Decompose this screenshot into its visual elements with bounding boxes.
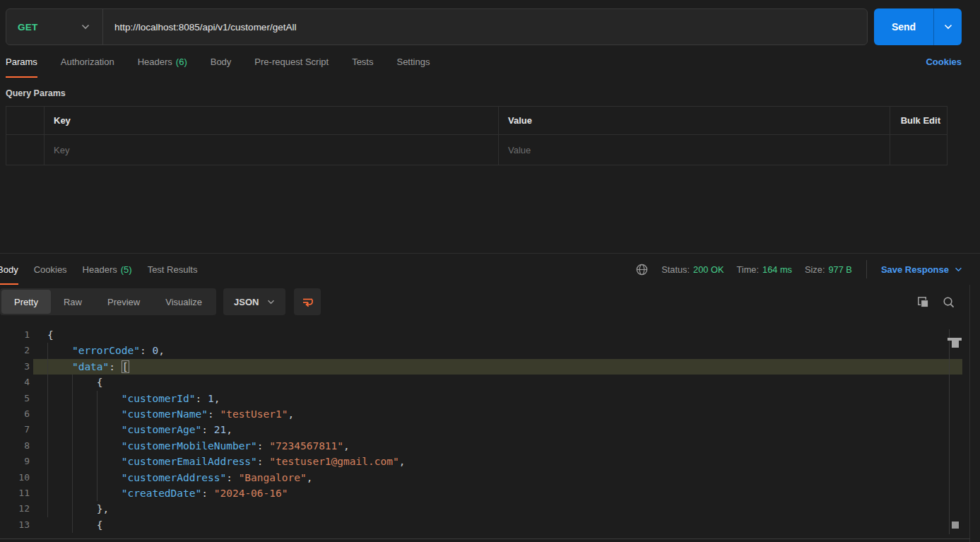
code-line-4: 4 { (0, 375, 962, 390)
line-number: 8 (0, 438, 30, 454)
search-icon (942, 295, 955, 309)
status-label: Status: (661, 264, 690, 275)
code-line-11: 11 "createdDate": "2024-06-16" (0, 485, 962, 501)
indent-guide (97, 391, 98, 502)
request-tab-body[interactable]: Body (211, 45, 232, 78)
response-toolbar: PrettyRawPreviewVisualize JSON (0, 285, 980, 319)
param-value-input[interactable] (508, 145, 880, 155)
line-number: 13 (0, 517, 30, 533)
row-key-cell (45, 135, 499, 165)
url-input[interactable] (103, 9, 867, 45)
method-select[interactable]: GET (6, 9, 103, 45)
response-tab-headers-count: (5) (121, 264, 132, 275)
query-params-header-row: Key Value Bulk Edit (6, 107, 947, 135)
line-number: 6 (0, 406, 30, 422)
key-column-header: Key (45, 107, 499, 134)
request-tab-headers[interactable]: Headers(6) (138, 45, 187, 78)
row-bulk-cell (890, 135, 947, 165)
chevron-down-icon (267, 300, 275, 305)
scrollbar-bottom-knob[interactable] (952, 522, 959, 529)
param-key-input[interactable] (54, 145, 489, 155)
beautify-button[interactable] (294, 288, 321, 315)
send-options-button[interactable] (933, 8, 962, 45)
code-line-8: 8 "customerMobileNumber": "7234567811", (0, 438, 962, 454)
query-params-entry-row (6, 135, 947, 165)
request-tab-tests[interactable]: Tests (352, 45, 373, 78)
request-tabs-row: ParamsAuthorizationHeaders(6)BodyPre-req… (0, 45, 980, 78)
row-value-cell (499, 135, 890, 165)
code-line-12: 12 }, (0, 501, 962, 517)
line-number: 9 (0, 454, 30, 469)
response-tabs: BodyCookiesHeaders(5)Test Results (0, 254, 197, 285)
query-params-table: Key Value Bulk Edit (6, 106, 947, 165)
line-number: 10 (0, 470, 30, 485)
send-group: Send (874, 8, 962, 45)
code-line-3: 3 "data": [ (0, 359, 962, 375)
spacer (197, 254, 622, 285)
time-label: Time: (736, 264, 759, 275)
postman-dark-ui: { "colors": { "accent_orange": "#ff6c37"… (0, 0, 980, 542)
chevron-down-icon (955, 267, 962, 272)
request-tab-pre-request-script[interactable]: Pre-request Script (254, 45, 329, 78)
scrollbar-top-knob[interactable] (952, 341, 959, 348)
copy-icon (916, 295, 930, 309)
globe-icon (635, 263, 649, 276)
line-number: 2 (0, 343, 30, 358)
code-line-13: 13 { (0, 517, 962, 533)
size-label: Size: (805, 264, 825, 275)
view-tab-pretty[interactable]: Pretty (1, 290, 51, 314)
line-number: 4 (0, 375, 30, 390)
response-tab-headers[interactable]: Headers(5) (83, 254, 132, 285)
send-button[interactable]: Send (874, 8, 933, 45)
checkbox-column-header (6, 107, 45, 134)
bulk-edit-cell: Bulk Edit (890, 107, 947, 134)
status-group: Status: 200 OK (661, 264, 724, 275)
bulk-edit-button[interactable]: Bulk Edit (901, 115, 940, 126)
request-tab-authorization[interactable]: Authorization (61, 45, 114, 78)
request-tabs: ParamsAuthorizationHeaders(6)BodyPre-req… (6, 45, 430, 78)
chevron-down-icon (81, 24, 90, 30)
code-lines: 1{2 "errorCode": 0,3 "data": [4 {5 "cust… (0, 319, 980, 533)
editor-ruler (949, 329, 950, 534)
response-tab-cookies[interactable]: Cookies (34, 254, 67, 285)
line-number: 5 (0, 391, 30, 406)
code-line-5: 5 "customerId": 1, (0, 391, 962, 406)
response-body-editor[interactable]: 1{2 "errorCode": 0,3 "data": [4 {5 "cust… (0, 319, 980, 542)
code-line-1: 1{ (0, 327, 962, 343)
code-line-6: 6 "customerName": "testUser1", (0, 406, 962, 422)
view-tab-raw[interactable]: Raw (51, 290, 95, 313)
line-number: 7 (0, 422, 30, 437)
view-tab-preview[interactable]: Preview (95, 290, 153, 313)
save-response-button[interactable]: Save Response (881, 264, 962, 275)
view-tab-visualize[interactable]: Visualize (153, 290, 215, 313)
line-number: 11 (0, 485, 30, 501)
response-header: BodyCookiesHeaders(5)Test Results Status… (0, 254, 980, 285)
response-tab-body[interactable]: Body (0, 254, 18, 285)
response-pane: BodyCookiesHeaders(5)Test Results Status… (0, 253, 980, 542)
code-line-2: 2 "errorCode": 0, (0, 343, 962, 358)
row-checkbox-cell (6, 135, 45, 165)
response-tab-test-results[interactable]: Test Results (148, 254, 198, 285)
time-group: Time: 164 ms (736, 264, 792, 275)
request-pane: GET Send ParamsAuthorizationHeaders(6)Bo… (0, 0, 980, 253)
cookies-link[interactable]: Cookies (926, 45, 962, 78)
request-tab-params[interactable]: Params (6, 45, 37, 78)
beautify-icon (300, 295, 314, 309)
divider (866, 260, 867, 278)
response-meta: Status: 200 OK Time: 164 ms Size: 977 B … (622, 254, 962, 285)
url-box: GET (6, 8, 868, 45)
line-number: 1 (0, 327, 30, 343)
indent-guide (47, 343, 48, 517)
format-label: JSON (234, 297, 259, 307)
code-line-10: 10 "customerAddress": "Bangalore", (0, 470, 962, 485)
request-tab-settings[interactable]: Settings (396, 45, 430, 78)
line-number: 12 (0, 501, 30, 517)
search-response-button[interactable] (942, 295, 955, 309)
copy-response-button[interactable] (916, 295, 930, 309)
url-row: GET Send (0, 0, 980, 45)
code-line-9: 9 "customerEmailAddress": "testuser1@gma… (0, 454, 962, 469)
format-select[interactable]: JSON (223, 288, 285, 315)
line-number: 3 (0, 359, 30, 375)
code-line-7: 7 "customerAge": 21, (0, 422, 962, 437)
query-params-title: Query Params (6, 88, 980, 98)
